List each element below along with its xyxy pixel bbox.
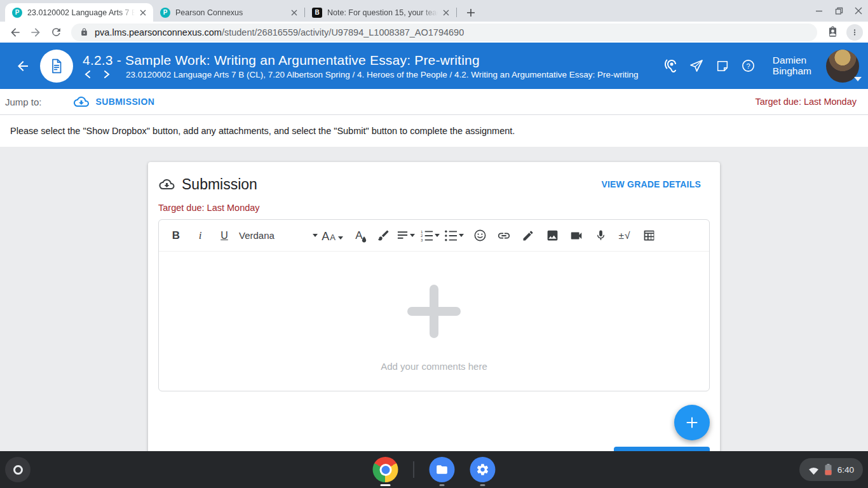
caret-down-icon bbox=[435, 234, 440, 237]
pearson-favicon-icon: P bbox=[12, 8, 22, 18]
svg-text:3: 3 bbox=[420, 238, 423, 242]
browser-forward-button[interactable] bbox=[27, 24, 44, 41]
caret-down-icon bbox=[459, 234, 464, 237]
launcher-button[interactable] bbox=[5, 457, 31, 482]
target-due-label: Target due: Last Monday bbox=[755, 97, 857, 107]
clock: 6:40 bbox=[837, 465, 854, 475]
browser-back-button[interactable] bbox=[6, 24, 24, 41]
close-window-button[interactable] bbox=[854, 6, 863, 15]
content-area: Submission VIEW GRADE DETAILS Target due… bbox=[0, 147, 868, 451]
draw-button[interactable] bbox=[516, 224, 540, 247]
tab-close-icon[interactable] bbox=[137, 7, 148, 18]
profile-menu[interactable] bbox=[826, 50, 859, 83]
tab-strip: P 23.0120002 Language Arts 7 B P Pearson… bbox=[0, 0, 868, 22]
brainly-favicon-icon: B bbox=[312, 8, 322, 18]
tab-close-icon[interactable] bbox=[440, 7, 451, 18]
previous-activity-button[interactable] bbox=[83, 69, 93, 79]
activity-back-button[interactable] bbox=[14, 57, 32, 75]
card-target-due-label: Target due: Last Monday bbox=[158, 203, 720, 213]
italic-button[interactable]: i bbox=[188, 224, 212, 247]
address-bar[interactable]: pva.lms.pearsonconnexus.com/student/2681… bbox=[71, 24, 817, 41]
tab-note[interactable]: B Note: For question 15, your teac bbox=[305, 3, 456, 22]
font-family-select[interactable]: Verdana bbox=[236, 224, 318, 247]
instruction-strip: Please select the "Show Dropbox" button,… bbox=[0, 115, 868, 147]
help-button[interactable]: ? bbox=[740, 58, 757, 74]
tab-pearson-connexus[interactable]: P Pearson Connexus bbox=[153, 3, 304, 22]
cloud-upload-icon bbox=[72, 94, 90, 109]
read-aloud-button[interactable] bbox=[662, 58, 679, 74]
jump-to-submission-link[interactable]: SUBMISSION bbox=[72, 94, 155, 109]
insert-video-button[interactable] bbox=[564, 224, 588, 247]
bold-button[interactable]: B bbox=[164, 224, 188, 247]
launcher-icon bbox=[13, 465, 23, 475]
message-button[interactable] bbox=[688, 58, 705, 74]
align-button[interactable] bbox=[395, 224, 419, 247]
link-button[interactable] bbox=[492, 224, 516, 247]
record-audio-button[interactable] bbox=[588, 224, 613, 247]
browser-toolbar: pva.lms.pearsonconnexus.com/student/2681… bbox=[0, 22, 868, 43]
chevron-right-icon bbox=[103, 70, 111, 79]
reload-button[interactable] bbox=[47, 24, 65, 41]
insert-image-button[interactable] bbox=[540, 224, 564, 247]
three-dots-icon bbox=[850, 28, 859, 37]
files-icon bbox=[430, 457, 455, 482]
link-icon bbox=[497, 229, 511, 243]
battery-icon bbox=[825, 464, 832, 475]
restore-button[interactable] bbox=[834, 6, 843, 15]
pearson-favicon-icon: P bbox=[160, 8, 170, 18]
show-dropbox-button[interactable] bbox=[614, 447, 710, 451]
shelf-apps bbox=[373, 457, 496, 482]
browser-menu-button[interactable] bbox=[846, 24, 863, 41]
editor-toolbar: B i U Verdana A A A bbox=[159, 220, 709, 252]
highlight-button[interactable] bbox=[371, 224, 395, 247]
caret-down-icon bbox=[854, 77, 862, 81]
plus-icon bbox=[684, 414, 700, 431]
lock-icon[interactable] bbox=[80, 28, 88, 36]
jump-to-label: Jump to: bbox=[5, 97, 42, 107]
settings-shortcut[interactable] bbox=[470, 457, 496, 482]
tab-language-arts[interactable]: P 23.0120002 Language Arts 7 B bbox=[5, 3, 153, 22]
hearing-icon bbox=[663, 58, 678, 74]
font-size-select[interactable]: A A bbox=[318, 224, 347, 247]
breadcrumb: 23.0120002 Language Arts 7 B (CL), 7.20 … bbox=[126, 70, 638, 79]
view-grade-details-link[interactable]: VIEW GRADE DETAILS bbox=[601, 179, 701, 189]
minimize-button[interactable] bbox=[815, 6, 824, 15]
editor-content-area[interactable]: Add your comments here bbox=[159, 252, 709, 391]
ordered-list-button[interactable]: 1 2 3 bbox=[419, 224, 444, 247]
insert-table-button[interactable] bbox=[637, 224, 661, 247]
files-shortcut[interactable] bbox=[430, 457, 455, 482]
wifi-icon bbox=[808, 465, 819, 475]
svg-text:?: ? bbox=[747, 62, 750, 70]
notes-button[interactable] bbox=[714, 58, 731, 74]
status-tray[interactable]: 6:40 bbox=[799, 458, 863, 481]
text-color-button[interactable]: A bbox=[347, 224, 371, 247]
extension-button[interactable] bbox=[824, 24, 841, 41]
user-name: Damien Bingham bbox=[773, 55, 811, 76]
underline-button[interactable]: U bbox=[212, 224, 236, 247]
user-first-name: Damien bbox=[773, 55, 811, 66]
math-equation-button[interactable]: ±√ bbox=[613, 224, 637, 247]
page-title: 4.2.3 - Sample Work: Writing an Argument… bbox=[83, 52, 638, 68]
cloud-upload-icon bbox=[158, 177, 175, 192]
tab-divider bbox=[456, 8, 457, 17]
activity-header: 4.2.3 - Sample Work: Writing an Argument… bbox=[0, 43, 868, 89]
add-attachment-fab[interactable] bbox=[674, 405, 710, 440]
chrome-shortcut[interactable] bbox=[373, 457, 398, 482]
tab-title: Note: For question 15, your teac bbox=[327, 8, 438, 17]
new-tab-button[interactable] bbox=[463, 4, 479, 21]
next-activity-button[interactable] bbox=[102, 69, 112, 79]
editor-placeholder: Add your comments here bbox=[159, 361, 709, 372]
tab-title: 23.0120002 Language Arts 7 B bbox=[27, 8, 135, 17]
emoji-button[interactable] bbox=[468, 224, 492, 247]
tab-close-icon[interactable] bbox=[288, 7, 299, 18]
user-last-name: Bingham bbox=[773, 66, 811, 77]
font-size-icon: A bbox=[322, 232, 329, 241]
unordered-list-button[interactable] bbox=[444, 224, 468, 247]
help-icon: ? bbox=[741, 58, 756, 73]
shelf: 6:40 bbox=[0, 451, 868, 488]
caret-down-icon bbox=[410, 234, 415, 237]
submission-card-header: Submission VIEW GRADE DETAILS bbox=[158, 173, 701, 195]
emoji-icon bbox=[473, 229, 487, 242]
document-icon bbox=[48, 58, 65, 74]
paper-plane-icon bbox=[689, 58, 704, 74]
